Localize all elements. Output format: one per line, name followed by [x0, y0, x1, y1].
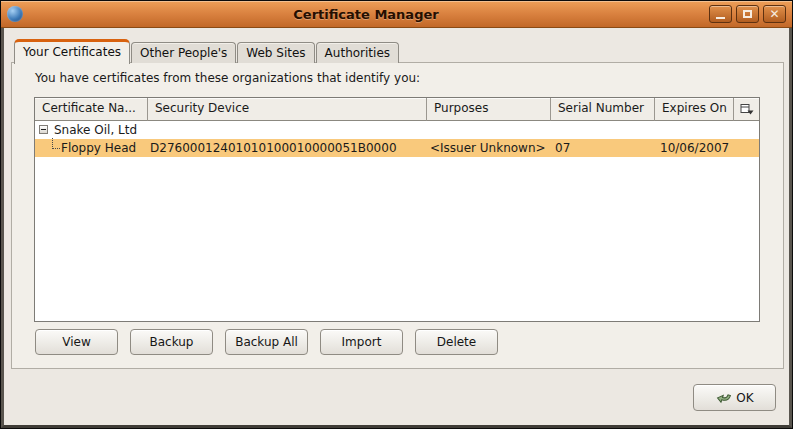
tab-web-sites[interactable]: Web Sites	[237, 42, 314, 63]
tab-authorities[interactable]: Authorities	[316, 42, 399, 63]
your-certificates-panel: You have certificates from these organiz…	[11, 62, 784, 369]
window-title: Certificate Manager	[23, 7, 709, 22]
close-icon: ✕	[769, 8, 779, 20]
cell-serial-number: 07	[555, 139, 570, 157]
column-header-expires-on[interactable]: Expires On	[655, 98, 734, 121]
column-header-serial-number[interactable]: Serial Number	[551, 98, 655, 121]
tab-other-peoples[interactable]: Other People's	[131, 42, 236, 63]
table-row-floppy-head[interactable]: Floppy Head D27600012401010100010000051B…	[35, 139, 759, 157]
ok-button-label: OK	[736, 391, 753, 405]
ok-icon	[715, 390, 731, 406]
minimize-icon	[716, 17, 725, 19]
certificate-manager-window: Certificate Manager ✕ Your Certificates …	[0, 0, 793, 429]
column-header-purposes[interactable]: Purposes	[427, 98, 551, 121]
maximize-button[interactable]	[736, 5, 759, 23]
view-button[interactable]: View	[35, 329, 118, 355]
tree-branch-icon	[52, 138, 60, 149]
import-button[interactable]: Import	[320, 329, 403, 355]
minimize-button[interactable]	[709, 5, 732, 23]
cell-security-device: D27600012401010100010000051B0000	[150, 139, 397, 157]
column-header-certificate-name[interactable]: Certificate Na...	[35, 98, 148, 121]
window-controls: ✕	[709, 5, 786, 23]
table-body: Snake Oil, Ltd Floppy Head D276000124010…	[35, 121, 759, 157]
table-header-row: Certificate Na... Security Device Purpos…	[35, 98, 759, 121]
backup-button[interactable]: Backup	[130, 329, 213, 355]
ok-button[interactable]: OK	[693, 384, 776, 411]
tab-bar: Your Certificates Other People's Web Sit…	[14, 37, 400, 63]
cell-expires-on: 10/06/2007	[660, 139, 729, 157]
backup-all-button[interactable]: Backup All	[225, 329, 308, 355]
cell-certificate-name: Floppy Head	[61, 139, 136, 157]
organization-name: Snake Oil, Ltd	[54, 121, 137, 139]
titlebar[interactable]: Certificate Manager ✕	[1, 1, 792, 28]
tree-collapse-icon[interactable]	[39, 125, 48, 134]
cell-purposes: <Issuer Unknown>	[430, 139, 546, 157]
column-header-security-device[interactable]: Security Device	[148, 98, 427, 121]
delete-button[interactable]: Delete	[415, 329, 498, 355]
column-picker-button[interactable]	[734, 98, 759, 121]
description-text: You have certificates from these organiz…	[35, 71, 420, 85]
maximize-icon	[743, 10, 752, 18]
close-button[interactable]: ✕	[763, 5, 786, 23]
tab-your-certificates[interactable]: Your Certificates	[14, 39, 130, 64]
column-picker-icon	[740, 103, 754, 116]
certificate-table: Certificate Na... Security Device Purpos…	[34, 97, 760, 322]
table-row-snake-oil[interactable]: Snake Oil, Ltd	[35, 121, 759, 139]
application-icon	[7, 6, 23, 22]
